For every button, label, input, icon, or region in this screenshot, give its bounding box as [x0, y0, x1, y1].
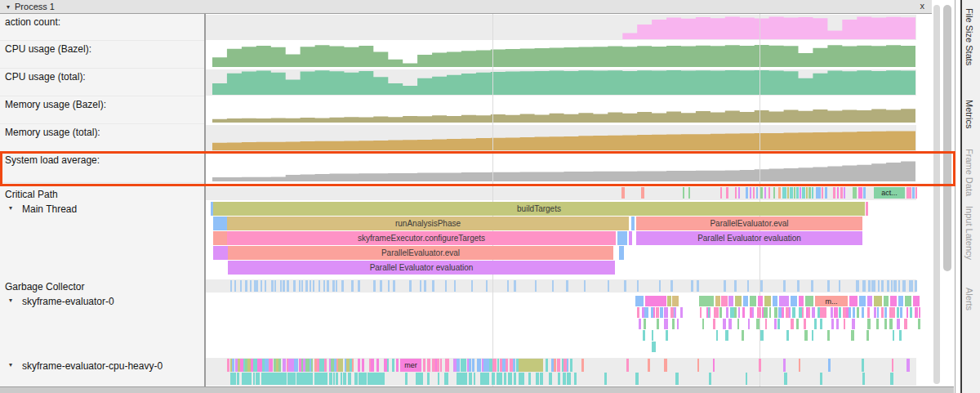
tick[interactable] — [369, 373, 375, 385]
tick[interactable] — [656, 307, 660, 318]
tick[interactable] — [552, 280, 554, 292]
tick[interactable] — [387, 359, 389, 372]
tick[interactable] — [584, 280, 586, 292]
tick[interactable] — [791, 319, 794, 329]
tick[interactable] — [343, 373, 346, 385]
tick[interactable] — [833, 187, 835, 199]
tick[interactable] — [626, 359, 629, 372]
tick[interactable] — [915, 187, 917, 199]
tick[interactable] — [792, 307, 795, 318]
tick[interactable] — [764, 187, 766, 199]
tick[interactable] — [688, 187, 690, 199]
slice[interactable]: act... — [874, 187, 905, 199]
tick[interactable] — [471, 280, 473, 292]
tick[interactable] — [363, 373, 367, 385]
tick[interactable] — [759, 359, 761, 372]
tick[interactable] — [840, 187, 843, 199]
tick[interactable] — [540, 373, 542, 385]
tick[interactable] — [474, 373, 475, 385]
tick[interactable] — [790, 187, 793, 199]
tick[interactable] — [284, 359, 286, 372]
tick[interactable] — [812, 330, 813, 341]
tick[interactable] — [783, 359, 786, 372]
tick[interactable] — [773, 187, 775, 199]
tick[interactable] — [310, 280, 311, 292]
tick[interactable] — [769, 307, 771, 318]
tick[interactable] — [716, 330, 718, 341]
tick[interactable] — [341, 359, 344, 372]
tick[interactable] — [796, 319, 799, 329]
slice[interactable]: Parallel Evaluator evaluation — [228, 261, 615, 275]
row-label-skyframe-evaluator-cpu-heavy-0[interactable]: ▾ skyframe-evaluator-cpu-heavy-0 — [0, 358, 204, 386]
tick[interactable] — [329, 373, 332, 385]
tick[interactable] — [240, 280, 242, 292]
tick[interactable] — [911, 280, 913, 292]
tick[interactable] — [324, 359, 327, 372]
tick[interactable] — [713, 359, 715, 372]
tick[interactable] — [802, 307, 804, 318]
tick[interactable] — [804, 330, 808, 341]
slice[interactable]: runAnalysisPhase — [227, 217, 629, 230]
tick[interactable] — [760, 330, 764, 341]
tick[interactable] — [827, 280, 830, 292]
tick[interactable] — [659, 280, 662, 292]
tick[interactable] — [750, 187, 751, 199]
tick[interactable] — [791, 296, 797, 306]
tick[interactable] — [806, 187, 808, 199]
tick[interactable] — [757, 307, 761, 318]
tick[interactable] — [519, 359, 543, 372]
tick[interactable] — [287, 280, 289, 292]
tick[interactable] — [742, 330, 744, 341]
tick[interactable] — [310, 373, 313, 385]
tick[interactable] — [504, 373, 507, 385]
tick[interactable] — [756, 187, 758, 199]
tick[interactable] — [232, 359, 234, 372]
tick[interactable] — [839, 307, 841, 318]
tick[interactable] — [278, 359, 281, 372]
tick[interactable] — [646, 307, 648, 318]
tick[interactable] — [336, 280, 338, 292]
tick[interactable] — [910, 307, 912, 318]
tick[interactable] — [915, 307, 918, 318]
tick[interactable] — [890, 296, 897, 306]
tick[interactable] — [862, 307, 864, 318]
tick[interactable] — [892, 359, 893, 372]
tick[interactable] — [362, 359, 363, 372]
tick[interactable] — [691, 280, 693, 292]
tick[interactable] — [889, 319, 893, 329]
tick[interactable] — [866, 330, 869, 341]
tick[interactable] — [887, 280, 889, 292]
tick[interactable] — [227, 359, 229, 372]
tick[interactable] — [753, 187, 755, 199]
tick[interactable] — [827, 330, 830, 341]
tick[interactable] — [713, 319, 715, 329]
tick[interactable] — [822, 187, 823, 199]
tick[interactable] — [844, 319, 845, 329]
tick[interactable] — [677, 319, 679, 329]
tick[interactable] — [735, 296, 742, 306]
tick[interactable] — [423, 359, 425, 372]
tick[interactable] — [906, 359, 910, 372]
tick[interactable] — [799, 296, 804, 306]
tick[interactable] — [802, 187, 805, 199]
tick[interactable] — [853, 307, 855, 318]
tick[interactable] — [738, 307, 741, 318]
row-label-skyframe-evaluator-0[interactable]: ▾ skyframe-evaluator-0 — [0, 293, 204, 355]
collapse-arrow-icon[interactable]: ▾ — [9, 297, 12, 304]
tick[interactable] — [635, 296, 644, 306]
tick[interactable] — [895, 280, 897, 292]
tick[interactable] — [862, 359, 863, 372]
tick[interactable] — [536, 373, 539, 385]
tick[interactable] — [743, 296, 748, 306]
tick[interactable] — [774, 319, 777, 329]
tick[interactable] — [735, 187, 737, 199]
tick[interactable] — [825, 187, 827, 199]
tick[interactable] — [680, 307, 683, 318]
tick[interactable] — [570, 359, 572, 372]
tick[interactable] — [514, 280, 516, 292]
tick[interactable] — [514, 373, 516, 385]
tick[interactable] — [358, 280, 360, 292]
tick[interactable] — [499, 373, 502, 385]
tick[interactable] — [904, 280, 906, 292]
tab-metrics[interactable]: Metrics — [964, 100, 974, 128]
